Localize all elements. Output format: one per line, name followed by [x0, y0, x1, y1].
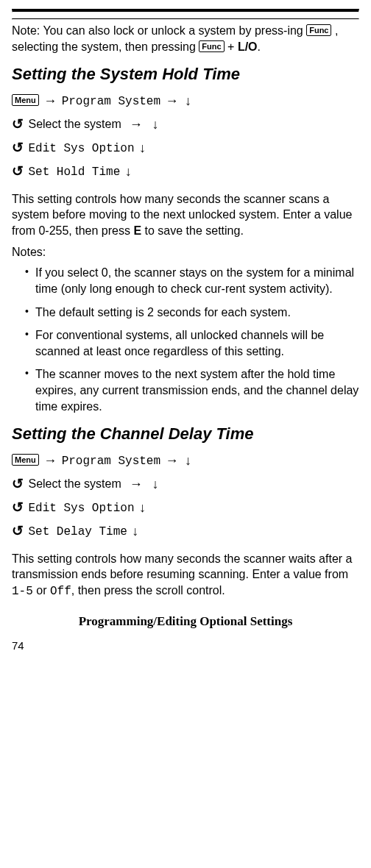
list-item: For conventional systems, all unlocked c… [25, 327, 359, 359]
rotate-ccw-icon: ↺ [12, 140, 25, 155]
rotate-ccw-icon: ↺ [12, 163, 25, 179]
arrow-right-icon: → [42, 93, 58, 108]
channel-delay-mono-1: 1-5 [12, 585, 33, 598]
arrow-right-icon: → [128, 117, 144, 132]
rotate-ccw-icon: ↺ [12, 499, 25, 515]
hold-time-body: This setting controls how many seconds t… [12, 191, 359, 239]
menu-path-channel-delay: Menu → Program System → ↓ ↺ Select the s… [12, 449, 359, 543]
list-item: The default setting is 2 seconds for eac… [25, 305, 359, 321]
arrow-down-icon: ↓ [151, 117, 160, 132]
arrow-down-icon: ↓ [183, 93, 193, 108]
channel-delay-prefix: This setting controls how many seconds t… [12, 552, 352, 581]
path-select-system-1: Select the system [28, 118, 121, 130]
footer-section-title: Programming/Editing Optional Settings [12, 614, 359, 629]
menu-key-1: Menu [12, 94, 39, 106]
func-key-2: Func [199, 40, 224, 52]
list-item: The scanner moves to the next system aft… [25, 366, 359, 414]
arrow-right-icon: → [128, 477, 144, 491]
channel-delay-mono-2: Off [50, 585, 71, 598]
note-suffix: . [258, 40, 261, 53]
channel-delay-suffix: , then press the scroll control. [71, 584, 225, 597]
channel-delay-body: This setting controls how many seconds t… [12, 551, 359, 600]
list-item: If you select 0, the scanner stays on th… [25, 265, 359, 296]
heading-channel-delay: Setting the Channel Delay Time [12, 424, 359, 444]
top-rule-thick [12, 9, 359, 13]
path-set-hold-time: Set Hold Time [28, 166, 120, 179]
path-edit-sys-option-1: Edit Sys Option [28, 142, 134, 155]
notes-label: Notes: [12, 246, 359, 259]
channel-delay-mid: or [33, 584, 50, 597]
arrow-down-icon: ↓ [124, 164, 133, 179]
path-select-system-2: Select the system [28, 477, 121, 490]
page-number: 74 [12, 639, 359, 652]
arrow-right-icon: → [164, 453, 180, 468]
rotate-ccw-icon: ↺ [12, 476, 25, 491]
arrow-down-icon: ↓ [138, 140, 147, 155]
rotate-ccw-icon: ↺ [12, 116, 25, 132]
note-lo-bold: L/O [238, 40, 258, 53]
note-paragraph: Note: You can also lock or unlock a syst… [12, 23, 359, 54]
arrow-down-icon: ↓ [138, 500, 147, 515]
path-program-system-2: Program System [62, 455, 160, 468]
path-edit-sys-option-2: Edit Sys Option [28, 502, 134, 515]
key-e-bold: E [133, 224, 141, 237]
arrow-down-icon: ↓ [183, 453, 193, 468]
func-key-1: Func [306, 24, 331, 36]
notes-list: If you select 0, the scanner stays on th… [12, 265, 359, 414]
menu-path-hold-time: Menu → Program System → ↓ ↺ Select the s… [12, 90, 359, 183]
note-prefix: Note: You can also lock or unlock a syst… [12, 24, 306, 37]
hold-time-body-suffix: to save the setting. [141, 224, 244, 237]
note-mid2: + [227, 40, 238, 53]
path-set-delay-time: Set Delay Time [28, 525, 127, 538]
top-rule-thin [12, 18, 359, 20]
arrow-right-icon: → [42, 453, 58, 468]
rotate-ccw-icon: ↺ [12, 523, 25, 538]
arrow-down-icon: ↓ [130, 524, 140, 538]
heading-hold-time: Setting the System Hold Time [12, 65, 359, 84]
arrow-right-icon: → [164, 93, 180, 108]
arrow-down-icon: ↓ [151, 477, 160, 491]
path-program-system-1: Program System [62, 95, 160, 108]
menu-key-2: Menu [12, 454, 39, 466]
